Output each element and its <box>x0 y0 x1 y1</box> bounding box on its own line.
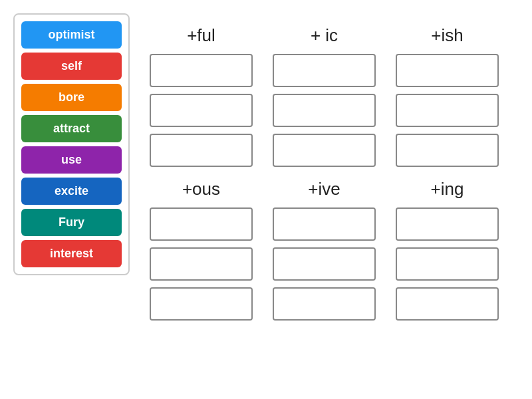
drop-box-ic-3[interactable] <box>273 134 376 167</box>
suffix-label-ive: +ive <box>273 174 376 201</box>
word-tile-optimist[interactable]: optimist <box>21 21 122 49</box>
drop-box-ous-3[interactable] <box>150 287 253 321</box>
word-tile-bore[interactable]: bore <box>21 84 122 111</box>
drop-box-ous-2[interactable] <box>150 247 253 281</box>
suffix-label-ing: +ing <box>396 174 499 201</box>
drop-box-ful-2[interactable] <box>150 94 253 127</box>
drop-box-ful-3[interactable] <box>150 134 253 167</box>
word-tile-self[interactable]: self <box>21 53 122 80</box>
drop-box-ing-3[interactable] <box>396 287 499 321</box>
drop-box-ing-2[interactable] <box>396 247 499 281</box>
suffix-label-ful: +ful <box>150 20 253 47</box>
drop-box-ing-1[interactable] <box>396 207 499 241</box>
drop-box-ive-2[interactable] <box>273 247 376 281</box>
word-tile-list: optimistselfboreattractuseexciteFuryinte… <box>13 13 130 275</box>
drop-box-ic-1[interactable] <box>273 54 376 87</box>
drop-box-ous-1[interactable] <box>150 207 253 241</box>
word-tile-use[interactable]: use <box>21 146 122 174</box>
drop-box-ish-3[interactable] <box>396 134 499 167</box>
drop-box-ic-2[interactable] <box>273 94 376 127</box>
suffix-label-ish: +ish <box>396 20 499 47</box>
word-tile-excite[interactable]: excite <box>21 178 122 205</box>
drop-box-ish-2[interactable] <box>396 94 499 127</box>
drop-box-ish-1[interactable] <box>396 54 499 87</box>
suffix-grid: +ful + ic +ish +ous +ive +ing <box>130 13 519 327</box>
word-tile-fury[interactable]: Fury <box>21 209 122 236</box>
drop-box-ful-1[interactable] <box>150 54 253 87</box>
word-tile-interest[interactable]: interest <box>21 240 122 267</box>
drop-box-ive-1[interactable] <box>273 207 376 241</box>
suffix-label-ic: + ic <box>273 20 376 47</box>
drop-box-ive-3[interactable] <box>273 287 376 321</box>
word-tile-attract[interactable]: attract <box>21 115 122 142</box>
suffix-label-ous: +ous <box>150 174 253 201</box>
